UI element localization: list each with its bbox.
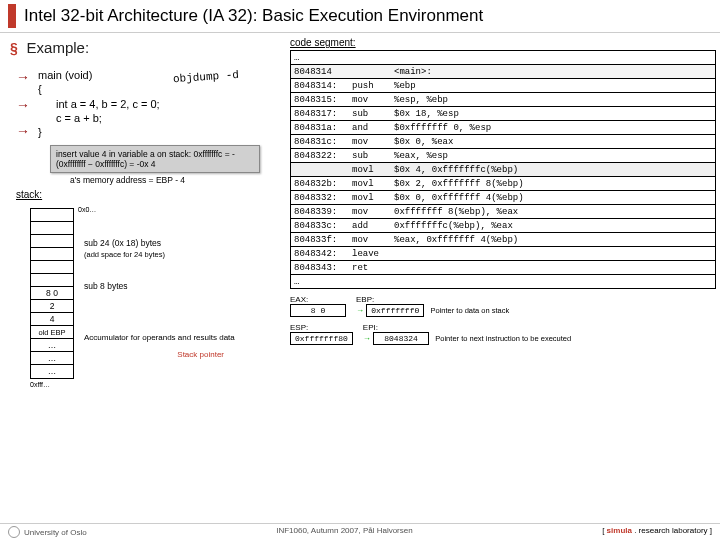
disasm-row: 8048343:ret	[291, 261, 715, 275]
hex-top-label: 0x0…	[78, 206, 96, 213]
epi-value: 8048324	[373, 332, 429, 345]
disasm-addr: 8048339:	[291, 205, 349, 218]
disasm-op	[349, 51, 391, 64]
disasm-row: …	[291, 275, 715, 288]
disasm-args: $0x 18, %esp	[391, 107, 715, 120]
eax-group: EAX: 8 0	[290, 295, 346, 317]
disasm-args: %esp, %ebp	[391, 93, 715, 106]
disasm-addr: …	[291, 275, 349, 288]
university-name: University of Oslo	[24, 528, 87, 537]
addspace-note: (add space for 24 bytes)	[84, 250, 235, 259]
disasm-op	[349, 65, 391, 78]
disasm-args: <main>:	[391, 65, 715, 78]
stack-cell: 8 0	[31, 287, 73, 300]
disasm-row: 8048314<main>:	[291, 65, 715, 79]
disasm-addr	[291, 163, 349, 176]
disasm-args: 0xfffffff 8(%ebp), %eax	[391, 205, 715, 218]
arrow-icon: →	[356, 306, 364, 315]
c-code-snippet: → main (void) { → int a = 4, b = 2, c = …	[38, 68, 286, 139]
disasm-op: sub	[349, 149, 391, 162]
epi-desc: Pointer to next instruction to be execut…	[435, 334, 571, 343]
disasm-op	[349, 275, 391, 288]
right-column: code segment: …8048314<main>:8048314:pus…	[290, 33, 720, 388]
disasm-op: leave	[349, 247, 391, 260]
accumulator-desc: Accumulator for operands and results dat…	[84, 333, 235, 342]
disasm-row: 8048322:sub%eax, %esp	[291, 149, 715, 163]
disassembly-table: …8048314<main>:8048314:push%ebp8048315:m…	[290, 50, 716, 289]
disasm-row: 8048339:mov0xfffffff 8(%ebp), %eax	[291, 205, 715, 219]
esp-label: ESP:	[290, 323, 353, 332]
disasm-addr: 8048314:	[291, 79, 349, 92]
course-info: INF1060, Autumn 2007, Pål Halvorsen	[276, 526, 413, 538]
registers-row-2: ESP: 0xfffffff80 EPI: → 8048324 Pointer …	[290, 323, 716, 345]
disasm-addr: 8048317:	[291, 107, 349, 120]
stack-cell	[31, 261, 73, 274]
disasm-row: 8048342:leave	[291, 247, 715, 261]
disasm-op: add	[349, 219, 391, 232]
eax-label: EAX:	[290, 295, 346, 304]
epi-label: EPI:	[363, 323, 571, 332]
title-bar: Intel 32-bit Architecture (IA 32): Basic…	[0, 0, 720, 33]
code-line-4: c = a + b;	[56, 111, 286, 125]
disasm-op: mov	[349, 135, 391, 148]
disasm-addr: 804831a:	[291, 121, 349, 134]
disasm-addr: 8048342:	[291, 247, 349, 260]
epi-group: EPI: → 8048324 Pointer to next instructi…	[363, 323, 571, 345]
red-accent-block	[8, 4, 16, 28]
arrow-icon: →	[16, 122, 30, 140]
disasm-op: mov	[349, 233, 391, 246]
stack-label: stack:	[16, 189, 286, 200]
disasm-args: $0x 2, 0xfffffff 8(%ebp)	[391, 177, 715, 190]
disasm-addr: 804833c:	[291, 219, 349, 232]
disasm-args: $0xfffffff 0, %esp	[391, 121, 715, 134]
left-column: § Example: → main (void) { → int a = 4, …	[0, 33, 290, 388]
disasm-addr: 8048315:	[291, 93, 349, 106]
arrow-icon: →	[16, 68, 30, 86]
stack-cell	[31, 222, 73, 235]
disasm-args: %ebp	[391, 79, 715, 92]
sub24-note: sub 24 (0x 18) bytes	[84, 238, 235, 248]
stack-cell	[31, 235, 73, 248]
disasm-addr: 8048314	[291, 65, 349, 78]
disasm-args: %eax, %esp	[391, 149, 715, 162]
ebp-desc: Pointer to data on stack	[430, 306, 509, 315]
simula-lab: [ simula . research laboratory ]	[602, 526, 712, 538]
slide-title: Intel 32-bit Architecture (IA 32): Basic…	[24, 6, 483, 26]
disasm-args: 0xfffffffc(%ebp), %eax	[391, 219, 715, 232]
disasm-args	[391, 261, 715, 274]
disasm-op: push	[349, 79, 391, 92]
disasm-row: 804833c:add0xfffffffc(%ebp), %eax	[291, 219, 715, 233]
arrow-icon: →	[363, 334, 371, 343]
arrow-icon: →	[16, 96, 30, 114]
code-line-3: int a = 4, b = 2, c = 0;	[56, 97, 286, 111]
stack-cell	[31, 274, 73, 287]
mem-addr-note: a's memory address = EBP - 4	[70, 175, 286, 185]
disasm-addr: 804831c:	[291, 135, 349, 148]
disasm-row: movl$0x 4, 0xfffffffc(%ebp)	[291, 163, 715, 177]
stack-cell-oldebp: old EBP	[31, 326, 73, 339]
code-segment-label: code segment:	[290, 37, 716, 48]
disasm-addr: 804832b:	[291, 177, 349, 190]
example-heading: § Example:	[10, 39, 286, 56]
disasm-addr: 804833f:	[291, 233, 349, 246]
disasm-args: $0x 0, %eax	[391, 135, 715, 148]
hex-bottom-label: 0xfff…	[30, 381, 286, 388]
stack-cell: …	[31, 352, 73, 365]
main-content: § Example: → main (void) { → int a = 4, …	[0, 33, 720, 388]
disasm-args: $0x 4, 0xfffffffc(%ebp)	[391, 163, 715, 176]
stack-column: 8 0 2 4 old EBP … … …	[30, 208, 74, 379]
stack-pointer-label: Stack pointer	[84, 350, 224, 359]
disasm-op: movl	[349, 191, 391, 204]
disasm-op: ret	[349, 261, 391, 274]
insert-note-box: insert value 4 in variable a on stack: 0…	[50, 145, 260, 173]
ebp-value: 0xfffffff0	[366, 304, 424, 317]
disasm-op: movl	[349, 177, 391, 190]
stack-cell: 4	[31, 313, 73, 326]
disasm-op: movl	[349, 163, 391, 176]
eax-value: 8 0	[290, 304, 346, 317]
disasm-args: %eax, 0xfffffff 4(%ebp)	[391, 233, 715, 246]
disasm-addr: 8048322:	[291, 149, 349, 162]
disasm-addr: …	[291, 51, 349, 64]
stack-notes: sub 24 (0x 18) bytes (add space for 24 b…	[84, 228, 235, 361]
stack-cell: …	[31, 339, 73, 352]
